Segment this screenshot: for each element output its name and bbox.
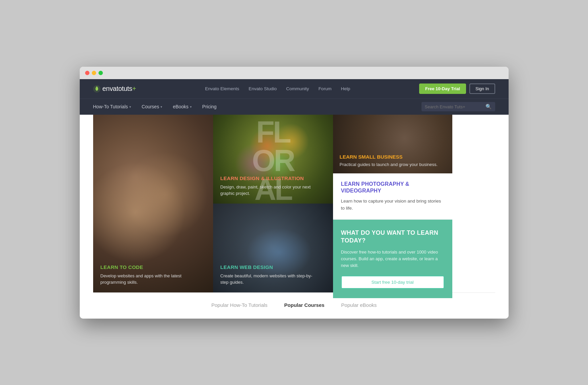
design-title: LEARN DESIGN & ILLUSTRATION: [220, 175, 326, 181]
learn-web-cell[interactable]: LEARN WEB DESIGN Create beautiful, moder…: [213, 204, 333, 292]
web-title: LEARN WEB DESIGN: [220, 264, 326, 270]
learn-design-cell[interactable]: FLORAL LEARN DESIGN & ILLUSTRATION Desig…: [213, 115, 333, 204]
cta-title: WHAT DO YOU WANT TO LEARN TODAY?: [341, 229, 444, 245]
sec-nav-pricing[interactable]: Pricing: [202, 104, 217, 109]
logo-icon: [93, 85, 101, 93]
top-nav: envatotuts+ Envato Elements Envato Studi…: [80, 79, 509, 99]
learn-to-code-cell[interactable]: LEARN TO CODE Develop websites and apps …: [93, 115, 213, 292]
logo[interactable]: envatotuts+: [93, 85, 136, 93]
top-nav-actions: Free 10-Day Trial Sign In: [419, 84, 495, 94]
code-title: LEARN TO CODE: [101, 264, 206, 270]
photography-cell[interactable]: LEARN PHOTOGRAPHY & VIDEOGRAPHY Learn ho…: [333, 173, 452, 220]
site: envatotuts+ Envato Elements Envato Studi…: [80, 79, 509, 319]
design-desc: Design, draw, paint, sketch and color yo…: [220, 184, 314, 197]
search-input[interactable]: [425, 104, 483, 109]
small-biz-desc: Practical guides to launch and grow your…: [340, 162, 446, 168]
nav-forum[interactable]: Forum: [318, 86, 331, 91]
sec-nav-how-to[interactable]: How-To Tutorials ▾: [93, 104, 131, 109]
photography-desc: Learn how to capture your vision and bri…: [341, 198, 444, 212]
browser-chrome: [80, 67, 509, 79]
cta-desc: Discover free how-to tutorials and over …: [341, 249, 444, 269]
dot-yellow[interactable]: [92, 71, 96, 75]
top-nav-links: Envato Elements Envato Studio Community …: [205, 86, 350, 91]
small-biz-cell[interactable]: LEARN SMALL BUSINESS Practical guides to…: [333, 115, 452, 173]
small-biz-title: LEARN SMALL BUSINESS: [340, 154, 446, 160]
code-overlay: LEARN TO CODE Develop websites and apps …: [93, 258, 213, 292]
dot-green[interactable]: [99, 71, 103, 75]
cta-cell: WHAT DO YOU WANT TO LEARN TODAY? Discove…: [333, 220, 452, 298]
nav-envato-studio[interactable]: Envato Studio: [249, 86, 277, 91]
browser-window: envatotuts+ Envato Elements Envato Studi…: [80, 67, 509, 319]
tab-ebooks[interactable]: Popular eBooks: [341, 302, 377, 308]
design-overlay: LEARN DESIGN & ILLUSTRATION Design, draw…: [213, 169, 333, 204]
chevron-down-icon: ▾: [190, 105, 192, 109]
sec-nav-ebooks[interactable]: eBooks ▾: [173, 104, 192, 109]
small-biz-overlay: LEARN SMALL BUSINESS Practical guides to…: [333, 149, 452, 173]
code-desc: Develop websites and apps with the lates…: [101, 273, 194, 286]
start-trial-button[interactable]: Start free 10-day trial: [341, 276, 444, 289]
free-trial-button[interactable]: Free 10-Day Trial: [419, 84, 466, 94]
nav-envato-elements[interactable]: Envato Elements: [205, 86, 239, 91]
chevron-down-icon: ▾: [160, 105, 162, 109]
tab-courses[interactable]: Popular Courses: [284, 302, 324, 308]
sec-nav-left: How-To Tutorials ▾ Courses ▾ eBooks ▾ Pr…: [93, 104, 217, 109]
web-overlay: LEARN WEB DESIGN Create beautiful, moder…: [213, 258, 333, 292]
sec-nav: How-To Tutorials ▾ Courses ▾ eBooks ▾ Pr…: [80, 99, 509, 115]
hero-grid: LEARN TO CODE Develop websites and apps …: [93, 115, 495, 292]
web-desc: Create beautiful, modern websites with s…: [220, 273, 314, 286]
sec-nav-courses[interactable]: Courses ▾: [142, 104, 162, 109]
dot-red[interactable]: [85, 71, 89, 75]
right-column: LEARN SMALL BUSINESS Practical guides to…: [333, 115, 452, 292]
search-box: 🔍: [421, 102, 495, 111]
browser-dots: [85, 71, 503, 75]
sign-in-button[interactable]: Sign In: [469, 84, 495, 94]
nav-help[interactable]: Help: [341, 86, 350, 91]
chevron-down-icon: ▾: [129, 105, 131, 109]
logo-text: envatotuts+: [103, 85, 136, 93]
nav-community[interactable]: Community: [286, 86, 309, 91]
photography-title: LEARN PHOTOGRAPHY & VIDEOGRAPHY: [341, 181, 444, 195]
search-icon[interactable]: 🔍: [485, 104, 492, 110]
tab-how-to[interactable]: Popular How-To Tutorials: [211, 302, 268, 308]
